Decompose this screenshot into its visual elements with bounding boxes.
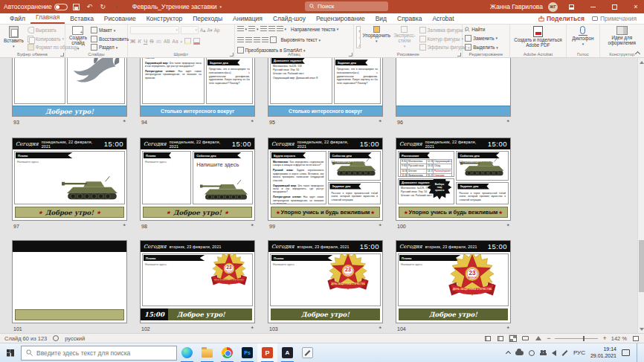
layout-button[interactable]: Макет▾: [91, 27, 129, 33]
scrollbar-thumb[interactable]: [639, 240, 644, 292]
font-size-combo[interactable]: [181, 26, 199, 34]
reset-button[interactable]: Восстановить: [91, 36, 129, 42]
animation-indicator[interactable]: *: [506, 120, 509, 123]
maximize-icon[interactable]: [606, 0, 622, 13]
bold-button[interactable]: Ж: [130, 38, 135, 45]
find-button[interactable]: Найти: [465, 27, 498, 32]
slide-thumbnail-101[interactable]: [12, 240, 127, 323]
search-box[interactable]: Поиск: [305, 1, 388, 11]
comments-button[interactable]: Примечания: [592, 15, 637, 22]
tray-status-icon[interactable]: [529, 350, 535, 356]
clock[interactable]: 19:14 29.01.2021: [590, 346, 616, 359]
slide-thumbnail-97[interactable]: Сегодняпонедельник, 22 февраля, 202115:0…: [12, 138, 127, 221]
tab-view[interactable]: Вид: [370, 14, 392, 24]
start-button[interactable]: [0, 343, 21, 362]
vertical-scrollbar[interactable]: [637, 58, 644, 333]
zoom-out-icon[interactable]: −: [547, 334, 550, 342]
tab-animations[interactable]: Анимация: [228, 14, 268, 24]
tray-pen-icon[interactable]: [562, 350, 568, 356]
volume-icon[interactable]: [552, 350, 556, 356]
scroll-down-icon[interactable]: [639, 326, 644, 332]
save-icon[interactable]: [71, 2, 81, 12]
animation-indicator[interactable]: *: [379, 224, 381, 227]
tab-acrobat[interactable]: Acrobat: [427, 14, 459, 24]
tab-home[interactable]: Главная: [30, 13, 65, 24]
user-name[interactable]: Жанна Гаврилова: [490, 3, 543, 10]
slide-thumbnail-104[interactable]: Сегоднявторник, 23 февраля, 202115:00 Пл…: [396, 240, 511, 323]
text-direction-button[interactable]: Направление текста▾: [291, 27, 338, 32]
slide-thumbnail-96[interactable]: [396, 58, 511, 117]
show-desktop-button[interactable]: [637, 343, 640, 362]
taskbar-app-explorer[interactable]: [197, 343, 217, 362]
language-indicator[interactable]: русский: [65, 335, 85, 342]
scroll-up-icon[interactable]: [639, 59, 644, 65]
normal-view-icon[interactable]: [496, 334, 504, 342]
collapse-ribbon-icon[interactable]: [634, 50, 641, 56]
shrink-font-button[interactable]: A▾: [207, 28, 212, 33]
animation-indicator[interactable]: *: [379, 327, 381, 330]
shapes-gallery[interactable]: ▭ ○ △ ◇ ☆ { }: [356, 26, 361, 48]
keyboard-language[interactable]: РУС: [573, 349, 585, 356]
taskbar-app-chrome[interactable]: [217, 343, 237, 362]
clear-format-button[interactable]: A̶p: [214, 28, 220, 33]
animation-indicator[interactable]: *: [123, 120, 126, 123]
decrease-indent-icon[interactable]: [260, 26, 267, 32]
italic-button[interactable]: К: [138, 38, 141, 45]
notes-button[interactable]: [483, 334, 492, 342]
zoom-level[interactable]: 142 %: [611, 335, 627, 342]
tab-slideshow[interactable]: Слайд-шоу: [268, 14, 311, 24]
close-icon[interactable]: ×: [628, 0, 644, 13]
slide-thumbnail-94[interactable]: Математика: Как определить содержание са…: [140, 58, 255, 117]
char-spacing-button[interactable]: АВ: [164, 39, 170, 44]
slide-thumbnail-100[interactable]: Сегодняпонедельник, 22 февраля, 202115:0…: [396, 138, 511, 221]
numbering-icon[interactable]: [248, 26, 255, 32]
quick-styles-button[interactable]: Экспресс-стили▾: [392, 26, 416, 48]
highlight-color-icon[interactable]: [184, 38, 191, 45]
tab-draw[interactable]: Рисование: [99, 14, 141, 24]
undo-icon[interactable]: ↶: [85, 2, 94, 12]
action-center-icon[interactable]: [622, 349, 630, 356]
tab-design[interactable]: Конструктор: [141, 14, 187, 24]
animation-indicator[interactable]: *: [379, 120, 381, 123]
change-case-button[interactable]: Aa: [173, 39, 178, 44]
taskbar-app-powerpoint[interactable]: P: [257, 343, 277, 362]
justify-icon[interactable]: [262, 37, 268, 43]
zoom-slider[interactable]: [555, 338, 598, 339]
slide-thumbnail-98[interactable]: Сегодняпонедельник, 22 февраля, 202115:0…: [140, 138, 255, 221]
reading-view-icon[interactable]: [521, 334, 529, 342]
fit-to-window-icon[interactable]: [631, 334, 640, 342]
new-slide-button[interactable]: Создать слайд▾: [68, 26, 88, 51]
tab-file[interactable]: Файл: [4, 14, 30, 24]
select-button[interactable]: Выделить▾: [465, 44, 498, 51]
line-spacing-icon[interactable]: [277, 26, 283, 32]
grow-font-button[interactable]: A▴: [200, 28, 205, 33]
autosave-switch-icon[interactable]: [54, 4, 68, 10]
design-ideas-button[interactable]: Идеи для оформления: [602, 26, 642, 46]
slide-thumbnail-95[interactable]: 8:30Математика12:30Окружающий мир9:30Рус…: [268, 58, 383, 117]
slide-thumbnail-93[interactable]: напишите здесь День морских млекопитающи…: [12, 58, 127, 117]
replace-button[interactable]: Заменить▾: [465, 35, 498, 42]
font-name-combo[interactable]: [130, 26, 179, 34]
taskbar-app-edge[interactable]: [177, 343, 197, 362]
onedrive-icon[interactable]: [515, 351, 524, 355]
columns-icon[interactable]: [270, 36, 277, 43]
share-button[interactable]: Поделиться: [538, 15, 585, 22]
tab-transitions[interactable]: Переходы: [187, 14, 228, 24]
animation-indicator[interactable]: *: [123, 224, 126, 227]
slide-thumbnail-99[interactable]: Сегодняпонедельник, 22 февраля, 202115:0…: [268, 138, 383, 221]
taskbar-app-photoshop[interactable]: Ps: [237, 343, 257, 362]
ribbon-display-options-icon[interactable]: [563, 0, 579, 13]
redo-icon[interactable]: ↻: [98, 2, 108, 12]
increase-indent-icon[interactable]: [268, 26, 275, 32]
dictate-button[interactable]: Диктофон▾: [570, 26, 595, 46]
slideshow-view-icon[interactable]: [534, 334, 542, 342]
tray-expand-icon[interactable]: [506, 351, 511, 356]
minimize-icon[interactable]: [585, 0, 601, 13]
align-left-icon[interactable]: [237, 37, 244, 43]
font-color-icon[interactable]: [193, 38, 200, 45]
taskbar-search[interactable]: Введите здесь текст для поиска: [21, 346, 177, 361]
taskbar-app-acrobat[interactable]: A: [277, 343, 297, 362]
slide-thumbnail-102[interactable]: Сегоднявторник, 23 февраля, 2021 ПланыНа…: [140, 240, 255, 323]
accessibility-icon[interactable]: [53, 335, 59, 341]
animation-indicator[interactable]: *: [251, 120, 254, 123]
